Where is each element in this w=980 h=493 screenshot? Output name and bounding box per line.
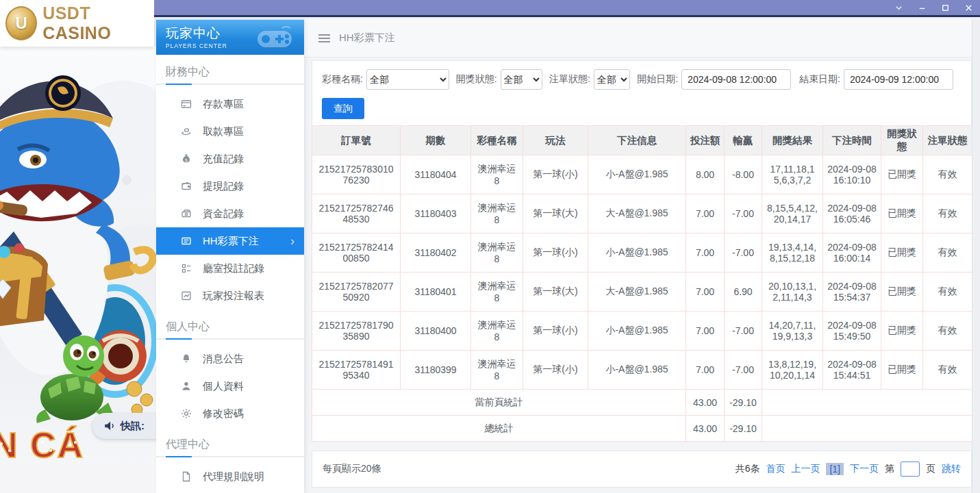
page-header: HH彩票下注	[304, 19, 980, 58]
table-cell: 8,15,5,4,12,20,14,17	[762, 194, 823, 233]
table-cell: 小-A盤@1.985	[588, 351, 686, 390]
table-cell: 有效	[923, 312, 972, 351]
room-list-icon	[181, 263, 192, 274]
sidebar-header: 玩家中心 PLAYERS CENTER	[156, 19, 304, 55]
page-size-text: 每頁顯示20條	[323, 463, 381, 475]
page-jump-input[interactable]	[901, 462, 920, 477]
sidebar-item[interactable]: 取款專區	[156, 118, 304, 145]
pagination-bar: 每頁顯示20條 共6条 首页 上一页 [1] 下一页 第 页 跳转	[312, 451, 972, 488]
column-header: 下注時間	[823, 126, 881, 155]
money-bag-icon: $	[181, 153, 192, 164]
table-cell: 31180399	[401, 351, 471, 390]
sidebar-item[interactable]: 修改密碼	[156, 400, 304, 427]
table-row: 215217257824140085031180402澳洲幸运8第一球(小)小-…	[312, 233, 972, 273]
start-date-label: 開始日期:	[637, 73, 678, 86]
table-cell: 20,10,13,1,2,11,14,3	[762, 273, 823, 312]
jump-action-link[interactable]: 跳转	[942, 463, 961, 475]
sidebar-item-label: 廳室投註記錄	[203, 262, 264, 275]
gear-icon	[181, 408, 192, 419]
table-cell: 31180402	[401, 233, 471, 273]
next-page-link[interactable]: 下一页	[850, 463, 879, 475]
sidebar: 玩家中心 PLAYERS CENTER 財務中心存款專區取款專區$充值記錄提現記…	[156, 19, 304, 493]
table-cell: 澳洲幸运8	[471, 312, 523, 351]
close-button[interactable]	[957, 0, 980, 15]
column-header: 訂單號	[312, 126, 401, 155]
column-header: 下注信息	[588, 126, 686, 155]
table-cell: 大-A盤@1.985	[588, 273, 686, 312]
table-cell: 有效	[923, 155, 972, 194]
maximize-button[interactable]	[933, 0, 957, 15]
draw-status-select[interactable]: 全部	[501, 69, 542, 90]
table-cell: 2152172578149195340	[312, 351, 401, 390]
start-date-input[interactable]	[681, 69, 791, 90]
bell-icon	[181, 353, 192, 364]
prev-page-link[interactable]: 上一页	[791, 463, 820, 475]
table-cell: 7.00	[686, 233, 725, 273]
table-row: 215217257817903589031180400澳洲幸运8第一球(小)小-…	[312, 312, 972, 351]
speaker-icon	[103, 420, 116, 432]
sidebar-item-label: 取款專區	[203, 125, 244, 138]
sidebar-item-label: 代理規則說明	[203, 470, 264, 483]
table-cell: -7.00	[725, 194, 762, 233]
table-cell: 大-A盤@1.985	[588, 194, 686, 233]
sidebar-item[interactable]: 存款專區	[156, 90, 304, 118]
sidebar-item[interactable]: 個人資料	[156, 372, 304, 400]
chevron-right-icon: ›	[290, 234, 294, 249]
table-row: 215217257830107623031180404澳洲幸运8第一球(小)小-…	[312, 155, 972, 194]
search-button[interactable]: 查詢	[322, 98, 364, 119]
artwork-letters: N CÁ	[0, 425, 84, 465]
page-title: HH彩票下注	[339, 31, 395, 45]
window-titlebar	[154, 0, 980, 17]
table-cell: 2024-09-08 15:44:51	[823, 351, 881, 390]
table-cell: 有效	[923, 233, 972, 273]
current-page-badge: [1]	[826, 463, 844, 475]
sidebar-item[interactable]: 玩家投注報表	[156, 282, 304, 309]
order-status-select[interactable]: 全部	[594, 69, 630, 90]
summary-row: 當前頁統計43.00-29.10	[312, 390, 972, 416]
table-cell: 31180403	[401, 194, 471, 233]
sidebar-item-label: 存款專區	[203, 98, 244, 111]
table-cell: 第一球(大)	[523, 194, 588, 233]
sidebar-item-label: 玩家投注報表	[203, 290, 264, 303]
table-cell: 有效	[923, 351, 972, 390]
scrollbar-track[interactable]	[972, 19, 980, 493]
chevron-down-icon[interactable]	[887, 0, 910, 15]
table-cell: 2024-09-08 15:49:50	[823, 312, 881, 351]
section-label: 個人中心	[166, 320, 304, 334]
sidebar-item[interactable]: 代理規則說明	[156, 463, 304, 490]
sidebar-item[interactable]: 廳室投註記錄	[156, 255, 304, 282]
first-page-link[interactable]: 首页	[766, 463, 785, 475]
lottery-select[interactable]: 全部	[366, 69, 449, 90]
sidebar-item[interactable]: HH彩票下注›	[156, 227, 304, 255]
table-cell: 7.00	[686, 351, 725, 390]
minimize-button[interactable]	[910, 0, 933, 15]
end-date-input[interactable]	[844, 69, 953, 90]
sidebar-item[interactable]: 消息公告	[156, 345, 304, 372]
column-header: 玩法	[523, 126, 588, 155]
sidebar-item[interactable]: $充值記錄	[156, 145, 304, 173]
table-cell: 小-A盤@1.985	[588, 155, 686, 194]
sidebar-item[interactable]: 資金記錄	[156, 200, 304, 227]
draw-status-label: 開獎狀態:	[456, 73, 497, 86]
logo-ball-icon: U	[5, 6, 37, 40]
hamburger-icon[interactable]	[318, 34, 330, 43]
hand-money-icon	[181, 126, 192, 137]
table-cell: 已開獎	[881, 273, 923, 312]
person-icon	[181, 381, 192, 392]
sidebar-item-label: 修改密碼	[203, 407, 244, 420]
table-cell: -7.00	[725, 351, 762, 390]
table-row: 215217257820775092031180401澳洲幸运8第一球(大)大-…	[312, 273, 972, 312]
summary-row: 總統計43.00-29.10	[312, 416, 972, 442]
table-cell: 有效	[923, 194, 972, 233]
table-cell: 澳洲幸运8	[471, 233, 523, 273]
table-cell: 8.00	[686, 155, 725, 194]
table-cell: 2024-09-08 16:10:10	[823, 155, 881, 194]
column-header: 注單狀態	[923, 126, 972, 155]
table-cell: -7.00	[725, 312, 762, 351]
table-cell: 2152172578274648530	[312, 194, 401, 233]
jump-suffix: 页	[926, 463, 935, 475]
sidebar-item[interactable]: 提現記錄	[156, 173, 304, 200]
section-underline	[156, 456, 304, 457]
table-cell: -8.00	[725, 155, 762, 194]
table-cell: 澳洲幸运8	[471, 194, 523, 233]
